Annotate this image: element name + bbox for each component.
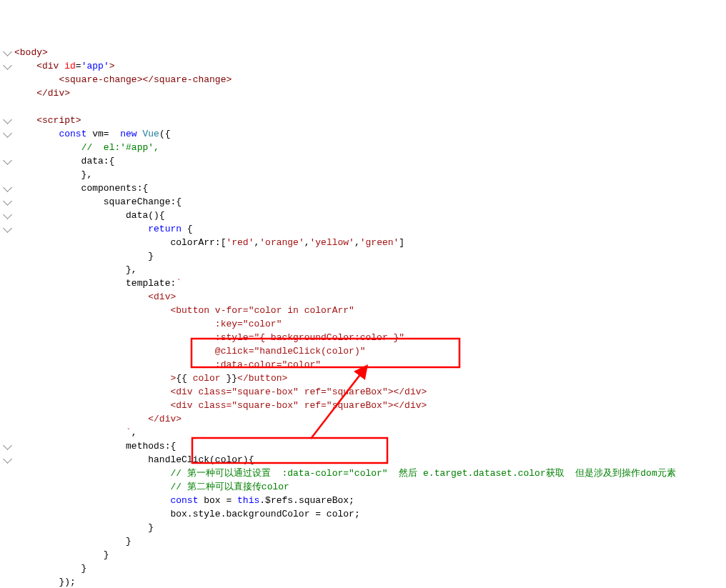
code-content[interactable]: <div id='app'> <box>14 59 726 73</box>
code-line: :data-color="color" <box>0 358 726 372</box>
fold-arrow-icon[interactable] <box>3 47 12 56</box>
fold-arrow-icon[interactable] <box>3 129 12 138</box>
fold-gutter <box>0 59 14 73</box>
fold-gutter <box>0 263 14 276</box>
code-line: <square-change></square-change> <box>0 73 726 86</box>
code-content[interactable]: >{{ color }}</button> <box>14 372 726 385</box>
code-content[interactable]: <div class="square-box" ref="squareBox">… <box>14 399 726 412</box>
code-line: <div class="square-box" ref="squareBox">… <box>0 385 726 399</box>
fold-gutter <box>0 222 14 236</box>
code-line: <button v-for="color in colorArr" <box>0 304 726 317</box>
code-content[interactable]: handleClick(color){ <box>14 453 726 467</box>
code-content[interactable]: <square-change></square-change> <box>14 73 726 86</box>
code-content[interactable]: <div class="square-box" ref="squareBox">… <box>14 385 726 399</box>
code-content[interactable]: :style="{ backgroundColor:color }" <box>14 331 726 344</box>
code-content[interactable]: data(){ <box>14 209 726 222</box>
fold-gutter <box>0 562 14 575</box>
fold-arrow-icon[interactable] <box>3 61 12 70</box>
code-content[interactable]: } <box>14 562 726 575</box>
fold-arrow-icon[interactable] <box>3 115 12 124</box>
fold-gutter <box>0 534 14 548</box>
fold-gutter <box>0 114 14 127</box>
code-line <box>0 100 726 114</box>
code-content[interactable]: </div> <box>14 86 726 100</box>
code-line: return { <box>0 222 726 236</box>
fold-gutter <box>0 181 14 195</box>
fold-gutter <box>0 46 14 59</box>
code-content[interactable]: }); <box>14 575 726 588</box>
fold-gutter <box>0 521 14 534</box>
fold-arrow-icon[interactable] <box>3 183 12 192</box>
fold-gutter <box>0 127 14 141</box>
code-line: data(){ <box>0 209 726 222</box>
code-content[interactable]: `, <box>14 426 726 439</box>
fold-gutter <box>0 304 14 317</box>
code-content[interactable]: components:{ <box>14 181 726 195</box>
fold-gutter <box>0 154 14 168</box>
code-content[interactable]: return { <box>14 222 726 236</box>
code-content[interactable]: const box = this.$refs.squareBox; <box>14 494 726 507</box>
code-content[interactable] <box>14 100 726 114</box>
code-line: }, <box>0 168 726 181</box>
fold-gutter <box>0 249 14 263</box>
fold-gutter <box>0 86 14 100</box>
fold-arrow-icon[interactable] <box>3 196 12 206</box>
fold-arrow-icon[interactable] <box>3 224 12 233</box>
code-content[interactable]: @click="handleClick(color)" <box>14 344 726 358</box>
fold-gutter <box>0 372 14 385</box>
code-line: methods:{ <box>0 439 726 453</box>
fold-gutter <box>0 453 14 467</box>
code-content[interactable]: }, <box>14 263 726 276</box>
code-line: </div> <box>0 412 726 426</box>
code-content[interactable]: data:{ <box>14 154 726 168</box>
code-content[interactable]: box.style.backgroundColor = color; <box>14 507 726 521</box>
fold-arrow-icon[interactable] <box>3 156 12 165</box>
code-content[interactable]: // el:'#app', <box>14 141 726 154</box>
fold-gutter <box>0 195 14 209</box>
code-content[interactable]: <button v-for="color in colorArr" <box>14 304 726 317</box>
fold-arrow-icon[interactable] <box>3 441 12 450</box>
code-content[interactable]: colorArr:['red','orange','yellow','green… <box>14 236 726 249</box>
code-line: @click="handleClick(color)" <box>0 344 726 358</box>
code-line: <body> <box>0 46 726 59</box>
code-line: >{{ color }}</button> <box>0 372 726 385</box>
code-content[interactable]: } <box>14 249 726 263</box>
code-line: // 第二种可以直接传color <box>0 480 726 494</box>
code-line: }); <box>0 575 726 588</box>
code-content[interactable]: :key="color" <box>14 317 726 331</box>
code-line: box.style.backgroundColor = color; <box>0 507 726 521</box>
code-content[interactable]: </div> <box>14 412 726 426</box>
code-content[interactable]: } <box>14 548 726 562</box>
code-line: } <box>0 521 726 534</box>
code-content[interactable]: <script> <box>14 114 726 127</box>
code-line: }, <box>0 263 726 276</box>
fold-gutter <box>0 358 14 372</box>
code-content[interactable]: :data-color="color" <box>14 358 726 372</box>
fold-gutter <box>0 331 14 344</box>
code-content[interactable]: <body> <box>14 46 726 59</box>
code-line: const vm= new Vue({ <box>0 127 726 141</box>
fold-gutter <box>0 344 14 358</box>
code-content[interactable]: } <box>14 521 726 534</box>
code-line: colorArr:['red','orange','yellow','green… <box>0 236 726 249</box>
fold-gutter <box>0 209 14 222</box>
fold-gutter <box>0 100 14 114</box>
fold-gutter <box>0 412 14 426</box>
code-content[interactable]: <div> <box>14 290 726 304</box>
code-content[interactable]: squareChange:{ <box>14 195 726 209</box>
code-content[interactable]: }, <box>14 168 726 181</box>
code-content[interactable]: const vm= new Vue({ <box>14 127 726 141</box>
fold-gutter <box>0 480 14 494</box>
fold-arrow-icon[interactable] <box>3 210 12 219</box>
fold-arrow-icon[interactable] <box>3 454 12 464</box>
code-content[interactable]: // 第二种可以直接传color <box>14 480 726 494</box>
code-content[interactable]: template:` <box>14 276 726 290</box>
code-content[interactable]: // 第一种可以通过设置 :data-color="color" 然后 e.ta… <box>14 467 726 480</box>
fold-gutter <box>0 168 14 181</box>
code-line: `, <box>0 426 726 439</box>
code-content[interactable]: } <box>14 534 726 548</box>
code-line: data:{ <box>0 154 726 168</box>
fold-gutter <box>0 426 14 439</box>
code-content[interactable]: methods:{ <box>14 439 726 453</box>
fold-gutter <box>0 236 14 249</box>
